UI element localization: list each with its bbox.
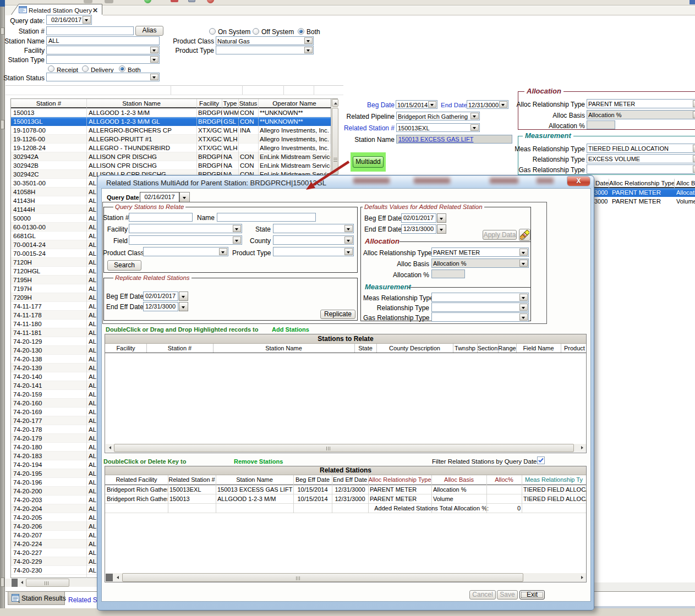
related-grid-hscrollbar[interactable] [106, 573, 586, 582]
rel-col-station-name[interactable]: Station Name [213, 344, 354, 353]
relgrid-col-alloc-basis[interactable]: Alloc Basis [431, 475, 486, 484]
bg-col-alloc-rel[interactable]: Alloc Relationship Type [609, 179, 674, 188]
alloc-rel-type-dropdown-icon[interactable] [693, 100, 695, 107]
rel-col-range[interactable]: Range [498, 344, 516, 353]
dialog-query-date-field[interactable]: 02/16/2017 [140, 192, 179, 202]
printer-icon[interactable] [84, 0, 92, 3]
bg-col-date[interactable]: Date [595, 179, 609, 188]
rel-col-twnshp[interactable]: Twnshp [453, 344, 477, 353]
tab-station-results[interactable]: 1 Station Results [8, 592, 65, 605]
relgrid-col-alloc-type[interactable]: Alloc Relationship Type [368, 475, 431, 484]
save-button[interactable]: Save [497, 590, 518, 600]
table-row[interactable]: 19-1078-00 ALLERGRO-BORCHERS CP XTX/GC W… [11, 126, 331, 135]
dlg-facility-dropdown-icon[interactable] [233, 225, 241, 232]
facility-dropdown-icon[interactable] [150, 47, 158, 53]
related-pipeline-combo[interactable]: Bridgeport Rich Gathering [396, 112, 480, 120]
dlg-field-dropdown-icon[interactable] [233, 237, 241, 244]
bg-col-alloc-b[interactable]: Alloc B [676, 179, 695, 188]
def-gas-rel-combo[interactable] [431, 312, 529, 322]
eraser-button[interactable] [519, 229, 530, 241]
rep-end-field[interactable]: 12/31/3000 [143, 302, 178, 311]
def-alloc-rel-combo[interactable]: PARENT METER [431, 248, 529, 257]
table-row[interactable]: 302942A ALLISON CPR DISCHG BRDGPRCH NA C… [11, 152, 331, 161]
dlg-facility-combo[interactable] [129, 224, 242, 233]
off-system-radio[interactable] [253, 28, 259, 35]
def-end-dropdown-icon[interactable] [437, 224, 446, 234]
station-type-combo[interactable] [46, 55, 160, 64]
product-class-dropdown-icon[interactable] [304, 37, 313, 44]
alias-button[interactable]: Alias [135, 26, 163, 36]
rep-beg-dropdown-icon[interactable] [179, 292, 188, 301]
exit-button[interactable]: Exit [519, 590, 545, 600]
dlg-state-combo[interactable] [273, 224, 354, 233]
dlg-station-num-input[interactable] [129, 213, 193, 222]
dlg-county-dropdown-icon[interactable] [344, 237, 353, 244]
dlg-product-type-combo[interactable] [273, 247, 354, 256]
tab-close-icon[interactable]: ✕ [92, 7, 98, 14]
station-type-dropdown-icon[interactable] [150, 56, 158, 63]
query-date-dropdown-icon[interactable] [83, 16, 91, 24]
results-col-status[interactable]: Status [238, 99, 258, 108]
search-button[interactable]: Search [107, 260, 141, 271]
table-row[interactable]: 150013 ALLGOOD 1-2-3 M/M BRDGPRCH WHM CO… [11, 108, 331, 117]
def-rel-type-dropdown-icon[interactable] [519, 304, 528, 311]
rel-col-product[interactable]: Product [561, 344, 586, 353]
beg-date-dropdown-icon[interactable] [428, 101, 436, 108]
related-pipeline-dropdown-icon[interactable] [470, 113, 479, 119]
cancel-button[interactable]: Cancel [469, 590, 496, 600]
dialog-query-date-dropdown-icon[interactable] [179, 192, 190, 202]
main-hscroll-thumb[interactable] [26, 579, 69, 587]
add-stations-link[interactable]: Add Stations [272, 326, 309, 333]
dlg-product-class-combo[interactable] [143, 247, 228, 256]
relgrid-col-station-num[interactable]: Related Station # [168, 475, 216, 484]
rel-col-county[interactable]: County Description [376, 344, 453, 353]
relgrid-col-meas[interactable]: Meas Relationship Ty [522, 475, 586, 484]
results-col-station-name[interactable]: Station Name [86, 99, 196, 108]
product-type-dropdown-icon[interactable] [304, 47, 313, 53]
related-hscroll-thumb[interactable] [122, 573, 523, 582]
print-preview-icon[interactable] [105, 0, 113, 3]
def-end-field[interactable]: 12/31/3000 [401, 224, 436, 234]
dlg-product-class-dropdown-icon[interactable] [219, 248, 227, 255]
relgrid-col-alloc-pct[interactable]: Alloc% [486, 475, 522, 484]
relgrid-row-2[interactable]: Bridgeport Rich Gather 150013 ALLGOOD 1-… [105, 494, 586, 504]
dock-grip-mid[interactable] [1, 120, 4, 129]
table-row[interactable]: 19-1208-24 ALLEGRO - THUNDERBIRD XTX/GC … [11, 144, 331, 152]
remove-stations-link[interactable]: Remove Stations [234, 458, 283, 465]
relgrid-col-end[interactable]: End Eff Date [332, 475, 368, 484]
filter-by-query-date-checkbox[interactable] [537, 457, 545, 464]
on-system-radio[interactable] [209, 28, 216, 35]
tab-title[interactable]: Related Station Query [29, 7, 92, 14]
rel-type-combo[interactable]: EXCESS VOLUME [587, 154, 695, 163]
red-tool-icon[interactable] [171, 0, 178, 2]
results-col-operator[interactable]: Operator Name [258, 99, 331, 108]
station-num-input[interactable] [46, 26, 134, 35]
dlg-product-type-dropdown-icon[interactable] [344, 248, 353, 255]
facility-combo[interactable] [46, 46, 160, 54]
rel-col-section[interactable]: Section [477, 344, 498, 353]
rel-col-field-name[interactable]: Field Name [516, 344, 561, 353]
station-name-input[interactable]: ALL [46, 36, 160, 45]
delivery-radio[interactable] [82, 65, 89, 72]
end-date-combo[interactable]: 12/31/3000 [467, 100, 508, 109]
rel-col-state[interactable]: State [354, 344, 376, 353]
window-icon[interactable] [188, 0, 195, 2]
rel-col-facility[interactable]: Facility [105, 344, 146, 353]
def-beg-field[interactable]: 02/01/2017 [401, 213, 436, 223]
def-alloc-rel-dropdown-icon[interactable] [519, 249, 528, 256]
dock-pin-icon[interactable] [0, 0, 5, 7]
def-beg-dropdown-icon[interactable] [437, 213, 446, 223]
results-col-station-num[interactable]: Station # [11, 99, 86, 108]
dock-grip-bottom[interactable] [1, 578, 4, 587]
related-station-combo[interactable]: 150013EXL [396, 123, 480, 132]
def-gas-rel-dropdown-icon[interactable] [519, 314, 528, 321]
gas-rel-type-combo[interactable] [587, 164, 695, 174]
results-col-facility[interactable]: Facility [196, 99, 222, 108]
def-meas-rel-combo[interactable] [431, 293, 529, 302]
main-scroll-left-button[interactable] [18, 579, 25, 587]
apply-data-button[interactable]: Apply Data [483, 230, 517, 240]
relgrid-col-facility[interactable]: Related Facility [105, 475, 168, 484]
replicate-button[interactable]: Replicate [320, 310, 355, 319]
scroll-up-button[interactable] [332, 99, 338, 107]
main-hscroll-box[interactable] [12, 579, 18, 587]
